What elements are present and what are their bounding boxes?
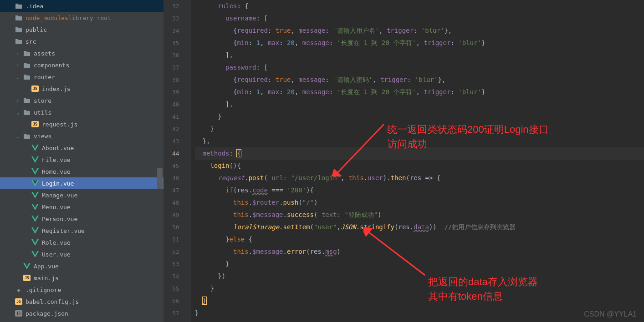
tree-item-label: .gitignore xyxy=(26,287,61,293)
line-number: 41 xyxy=(172,111,179,123)
code-line[interactable]: } xyxy=(195,123,644,135)
tree-item-User-vue[interactable]: User.vue xyxy=(0,248,164,260)
js-icon: JS xyxy=(31,85,39,93)
code-line[interactable]: }) xyxy=(195,270,644,282)
code-line[interactable]: login(){ xyxy=(195,160,644,172)
code-line[interactable]: } xyxy=(195,111,644,123)
code-line[interactable]: rules: { xyxy=(195,0,644,12)
tree-item-public[interactable]: public xyxy=(0,24,164,35)
line-number: 42 xyxy=(172,123,179,135)
tree-item-label: router xyxy=(34,74,55,80)
code-line[interactable]: {required: true, message: '请输入用户名', trig… xyxy=(195,25,644,37)
code-line[interactable]: }, xyxy=(195,135,644,147)
code-line[interactable]: if(res.code === '200'){ xyxy=(195,184,644,196)
tree-item-Person-vue[interactable]: Person.vue xyxy=(0,213,164,225)
code-line[interactable]: {required: true, message: '请输入密码', trigg… xyxy=(195,74,644,86)
tree-item-babel-config-js[interactable]: JSbabel.config.js xyxy=(0,296,164,307)
code-line[interactable]: methods: { xyxy=(195,147,644,160)
vue-icon xyxy=(31,203,39,211)
tree-item-label: Home.vue xyxy=(42,168,71,175)
tree-item-label: public xyxy=(26,26,47,33)
tree-item--gitignore[interactable]: ◆.gitignore xyxy=(0,284,164,296)
code-line[interactable]: } xyxy=(195,282,644,295)
tree-item-label: babel.config.js xyxy=(26,298,79,305)
tree-item-label: main.js xyxy=(34,275,59,282)
code-line[interactable]: this.$message.error(res.msg) xyxy=(195,246,644,258)
chevron-icon: ⌄ xyxy=(16,75,23,80)
git-icon: ◆ xyxy=(15,286,23,294)
line-number: 34 xyxy=(172,25,179,37)
vue-icon xyxy=(31,179,39,187)
tree-item-Role-vue[interactable]: Role.vue xyxy=(0,236,164,248)
tree-item-label: App.vue xyxy=(34,263,59,270)
line-number: 45 xyxy=(172,160,179,172)
line-number: 40 xyxy=(172,98,179,111)
code-editor[interactable]: 3233343536373839404142434445464748495051… xyxy=(164,0,644,322)
tree-item-router[interactable]: ⌄router xyxy=(0,71,164,83)
tree-item-Login-vue[interactable]: Login.vue xyxy=(0,177,164,189)
tree-item-views[interactable]: ⌄views xyxy=(0,130,164,142)
tree-item-label: Role.vue xyxy=(42,239,71,246)
tree-item-App-vue[interactable]: App.vue xyxy=(0,260,164,272)
tree-item-Menu-vue[interactable]: Menu.vue xyxy=(0,201,164,213)
code-line[interactable]: } xyxy=(195,307,644,319)
line-number: 50 xyxy=(172,221,179,233)
tree-item-label: About.vue xyxy=(42,145,74,151)
line-number: 54 xyxy=(172,270,179,282)
code-line[interactable]: {min: 1, max: 20, message: '长度在 1 到 20 个… xyxy=(195,37,644,49)
tree-item-package-json[interactable]: {}package.json xyxy=(0,307,164,319)
code-line[interactable]: ], xyxy=(195,98,644,111)
code-line[interactable]: } xyxy=(195,295,644,307)
line-number: 51 xyxy=(172,233,179,246)
line-number: 32 xyxy=(172,0,179,12)
tree-item-src[interactable]: src xyxy=(0,35,164,47)
line-number: 46 xyxy=(172,172,179,184)
tree-item-Register-vue[interactable]: Register.vue xyxy=(0,225,164,236)
tree-item-index-js[interactable]: JSindex.js xyxy=(0,83,164,95)
tree-item-main-js[interactable]: JSmain.js xyxy=(0,272,164,284)
tree-item--idea[interactable]: .idea xyxy=(0,0,164,12)
scrollbar-thumb[interactable] xyxy=(157,168,163,189)
folder-icon xyxy=(15,14,23,22)
code-line[interactable]: this.$router.push("/") xyxy=(195,196,644,209)
code-line[interactable]: this.$message.success( text: "登陆成功") xyxy=(195,209,644,221)
tree-item-components[interactable]: ›components xyxy=(0,59,164,71)
vue-icon xyxy=(31,191,39,199)
code-line[interactable]: localStorage.setItem("user",JSON.stringi… xyxy=(195,221,644,233)
tree-item-label: File.vue xyxy=(42,156,71,163)
code-line[interactable]: password: [ xyxy=(195,61,644,74)
line-number: 38 xyxy=(172,74,179,86)
folder-icon xyxy=(23,108,31,116)
code-line[interactable]: } xyxy=(195,258,644,270)
tree-item-label: assets xyxy=(34,50,55,57)
line-number: 36 xyxy=(172,49,179,61)
tree-item-request-js[interactable]: JSrequest.js xyxy=(0,118,164,130)
code-line[interactable]: request.post( url: "/user/login", this.u… xyxy=(195,172,644,184)
code-line[interactable]: ], xyxy=(195,49,644,61)
line-number: 43 xyxy=(172,135,179,147)
tree-item-label: User.vue xyxy=(42,251,71,258)
fold-column[interactable] xyxy=(184,0,190,322)
tree-item-Home-vue[interactable]: Home.vue xyxy=(0,166,164,177)
tree-item-File-vue[interactable]: File.vue xyxy=(0,154,164,166)
vue-icon xyxy=(23,262,31,270)
chevron-icon: ⌄ xyxy=(16,110,23,115)
tree-item-node_modules[interactable]: node_modules library root xyxy=(0,12,164,24)
tree-item-label: Register.vue xyxy=(42,227,85,234)
tree-item-label: node_modules xyxy=(26,15,68,21)
tree-item-label: Menu.vue xyxy=(42,204,71,211)
tree-item-assets[interactable]: ›assets xyxy=(0,47,164,59)
code-area[interactable]: rules: { username: [ {required: true, me… xyxy=(190,0,644,322)
project-tree[interactable]: .ideanode_modules library rootpublicsrc›… xyxy=(0,0,164,322)
line-number: 49 xyxy=(172,209,179,221)
code-line[interactable]: }else { xyxy=(195,233,644,246)
tree-item-Manage-vue[interactable]: Manage.vue xyxy=(0,189,164,201)
line-number: 33 xyxy=(172,12,179,25)
tree-item-label: Login.vue xyxy=(42,180,74,187)
tree-item-package-lock-json[interactable]: {}package-lock.json xyxy=(0,319,164,322)
code-line[interactable]: username: [ xyxy=(195,12,644,25)
code-line[interactable]: {min: 1, max: 20, message: '长度在 1 到 20 个… xyxy=(195,86,644,98)
tree-item-store[interactable]: ›store xyxy=(0,95,164,106)
tree-item-About-vue[interactable]: About.vue xyxy=(0,142,164,154)
tree-item-utils[interactable]: ⌄utils xyxy=(0,106,164,118)
